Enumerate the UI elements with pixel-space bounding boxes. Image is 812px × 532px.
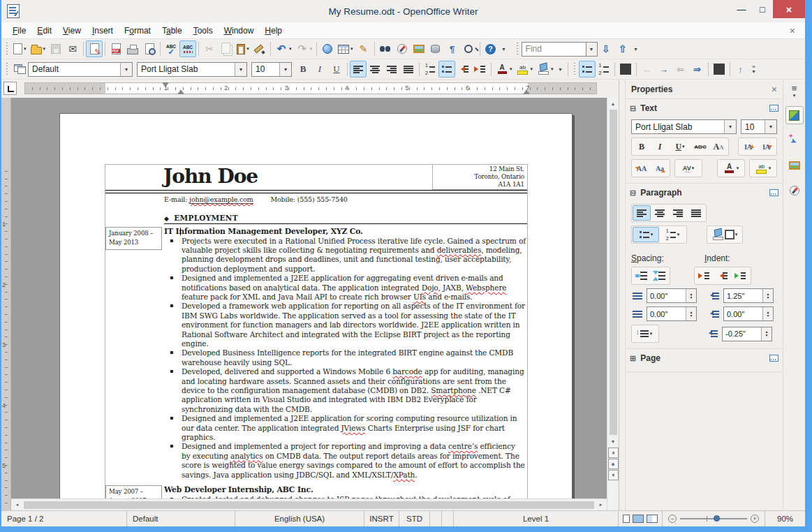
decrease-spacing-button[interactable] — [651, 268, 669, 283]
switched-indent-button[interactable] — [732, 268, 750, 283]
undo-button[interactable]: ↶▾ — [273, 40, 294, 57]
restart-numbering-button[interactable] — [711, 61, 728, 77]
close-document-icon[interactable]: × — [790, 25, 795, 36]
align-left-button[interactable] — [350, 61, 367, 77]
toolbar-options-icon[interactable]: ▾ — [556, 61, 566, 77]
align-right-button[interactable] — [669, 205, 687, 221]
left-indent-marker[interactable] — [177, 86, 184, 94]
spinner-arrows[interactable]: ▲▼ — [686, 289, 696, 302]
styles-formatting-button[interactable] — [11, 61, 28, 77]
help-button[interactable]: ? — [482, 40, 499, 57]
multi-page-view-icon[interactable] — [633, 515, 644, 523]
spinner-arrows[interactable]: ▲▼ — [686, 307, 696, 320]
auto-spellcheck-button[interactable] — [179, 40, 196, 57]
zoom-in-icon[interactable]: + — [751, 515, 759, 523]
scroll-down-icon[interactable]: ▼ — [607, 436, 619, 447]
next-page-button[interactable]: » — [608, 470, 619, 480]
export-pdf-button[interactable] — [108, 40, 124, 57]
sidebar-close-icon[interactable]: × — [772, 84, 777, 95]
vertical-scrollbar[interactable]: ▲ ▼ » ● » — [607, 98, 619, 510]
uppercase-button[interactable]: AA — [633, 161, 651, 176]
numbering-button[interactable] — [422, 61, 438, 77]
align-center-button[interactable] — [367, 61, 383, 77]
increase-indent-button[interactable] — [695, 268, 714, 283]
highlighting-button[interactable]: ▾ — [515, 61, 536, 77]
tab-properties[interactable] — [785, 106, 804, 124]
lowercase-button[interactable]: Aa — [651, 161, 669, 176]
zoom-slider-track[interactable] — [680, 518, 747, 519]
dialog-launcher-icon[interactable] — [769, 355, 778, 362]
sidebar-highlight-button[interactable]: ▾ — [751, 161, 776, 176]
sidebar-numbering-button[interactable]: ▾ — [659, 227, 686, 242]
underline-button[interactable]: U▾ — [669, 139, 691, 154]
scroll-left-icon[interactable]: ◂ — [11, 499, 23, 510]
spinner-arrows[interactable]: ▲▼ — [762, 289, 773, 302]
open-button[interactable]: ▾ — [29, 40, 48, 57]
spinner-arrows[interactable]: ▲▼ — [762, 307, 773, 320]
data-sources-button[interactable] — [427, 40, 444, 57]
align-left-button[interactable] — [633, 205, 651, 221]
navigator-button[interactable] — [394, 40, 411, 57]
decrease-indent-button[interactable] — [455, 61, 472, 77]
character-dialog-button[interactable]: AA — [709, 139, 728, 154]
previous-page-button[interactable]: » — [608, 448, 619, 458]
background-color-button[interactable]: ▾ — [535, 61, 556, 77]
menu-insert[interactable]: Insert — [87, 26, 119, 36]
vertical-ruler[interactable]: 12345 — [1, 98, 11, 510]
increase-font-size-button[interactable]: lA — [739, 139, 758, 154]
sidebar-font-name-combobox[interactable]: Port Lligat Slab ▾ — [631, 119, 737, 134]
bullets-button[interactable] — [438, 61, 455, 77]
zoom-out-icon[interactable]: − — [668, 515, 677, 523]
menu-format[interactable]: Format — [119, 26, 156, 36]
close-button[interactable]: × — [773, 0, 805, 18]
edit-file-button[interactable] — [86, 40, 103, 57]
horizontal-scrollbar-thumb[interactable] — [24, 501, 594, 509]
menu-help[interactable]: Help — [259, 26, 288, 36]
zoom-button[interactable] — [461, 40, 478, 57]
status-zoom-level[interactable]: 90% — [765, 511, 805, 526]
character-spacing-button[interactable]: AV▾ — [676, 161, 701, 176]
sidebar-menu-icon[interactable]: ≡▾ — [792, 85, 797, 99]
status-page-style[interactable]: Default — [127, 511, 235, 526]
above-spacing-spinner[interactable]: 0.00" ▲▼ — [647, 288, 697, 303]
sidebar-font-size-combobox[interactable]: 10 ▾ — [741, 119, 777, 134]
status-page-number[interactable]: Page 1 / 2 — [1, 511, 127, 526]
paragraph-style-combobox[interactable]: Default ▾ — [28, 62, 133, 77]
bold-button[interactable]: B — [633, 139, 651, 154]
table-button[interactable]: ▾ — [336, 40, 355, 57]
decrease-indent-button[interactable] — [714, 268, 732, 283]
status-outline-level[interactable]: Level 1 — [454, 511, 618, 526]
unnumbered-entry-button[interactable] — [617, 61, 634, 77]
spelling-button[interactable] — [163, 40, 179, 57]
maximize-button[interactable]: □ — [752, 0, 773, 18]
find-next-button[interactable]: ⇩ — [598, 40, 614, 57]
increase-spacing-button[interactable] — [633, 268, 651, 283]
document-page[interactable]: John Doe 12 Main St. Toronto, Ontario A1… — [59, 113, 573, 498]
status-insert-mode[interactable]: INSRT — [364, 511, 399, 526]
status-document-modified[interactable] — [430, 511, 442, 526]
underline-button[interactable]: U — [328, 61, 345, 77]
menu-view[interactable]: View — [57, 26, 87, 36]
spinner-arrows[interactable]: ▲▼ — [761, 327, 772, 341]
expand-section-icon[interactable]: ⊞ — [630, 354, 636, 363]
bold-button[interactable]: B — [295, 61, 311, 77]
tab-gallery[interactable] — [785, 156, 804, 175]
find-previous-button[interactable]: ⇧ — [614, 40, 631, 57]
horizontal-ruler[interactable]: 1234567 — [24, 82, 597, 94]
single-page-view-icon[interactable] — [623, 515, 630, 523]
format-paintbrush-button[interactable] — [251, 40, 268, 57]
tab-styles-and-formatting[interactable] — [785, 131, 804, 149]
menu-window[interactable]: Window — [219, 26, 260, 36]
find-dropdown-icon[interactable]: ▾ — [586, 42, 598, 57]
vertical-scrollbar-thumb[interactable] — [610, 110, 617, 435]
line-spacing-button[interactable]: ▾ — [633, 326, 658, 341]
new-document-button[interactable]: ▾ — [11, 40, 29, 57]
toolbar-grip[interactable] — [515, 43, 519, 55]
first-line-indent-spinner[interactable]: -0.25" ▲▼ — [722, 327, 772, 341]
status-selection-mode[interactable]: STD — [399, 511, 430, 526]
zoom-slider-thumb[interactable] — [714, 515, 720, 522]
sidebar-font-color-button[interactable]: ▾ — [718, 161, 744, 176]
align-right-button[interactable] — [383, 61, 400, 77]
show-draw-functions-button[interactable]: ✎ — [355, 40, 372, 57]
find-input[interactable] — [522, 42, 586, 57]
